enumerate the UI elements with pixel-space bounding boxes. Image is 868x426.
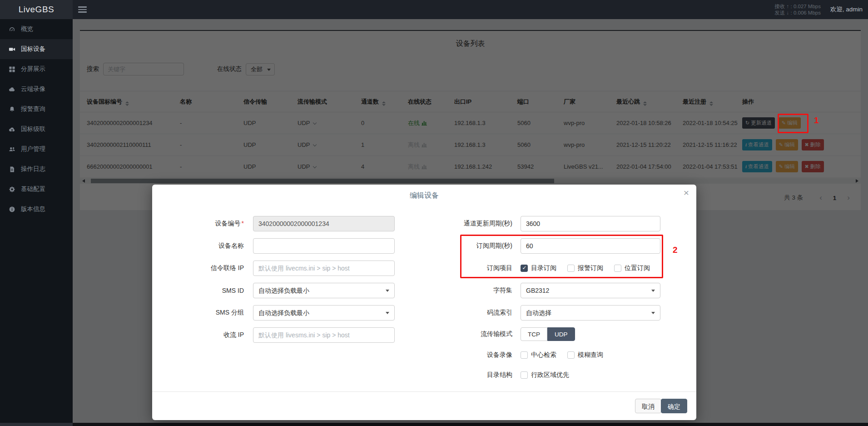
down-arrow-icon: ↓ (787, 10, 789, 15)
send-rate: 发送 ↓ : 0.006 Mbps (774, 10, 821, 16)
cloud-icon (9, 86, 15, 93)
channel-refresh-period-field[interactable] (521, 216, 660, 231)
network-stats: 接收 ↑ : 0.027 Mbps 发送 ↓ : 0.006 Mbps (774, 3, 821, 16)
form-row-channel-refresh: 通道更新周期(秒) (425, 216, 679, 231)
gauge-icon (9, 26, 15, 33)
form-row-stream-mode: 流传输模式 TCP UDP (425, 326, 679, 342)
annotation-box-2 (460, 235, 663, 278)
sms-group-select[interactable]: 自动选择负载最小 (253, 305, 395, 321)
livegbs-app: LiveGBS 接收 ↑ : 0.027 Mbps 发送 ↓ : 0.006 M… (0, 0, 868, 426)
info-icon (9, 206, 15, 213)
form-row-stream-index: 码流索引 自动选择 (425, 305, 679, 321)
form-row-charset: 字符集 GB2312 (425, 283, 679, 298)
sms-id-select[interactable]: 自动选择负载最小 (253, 283, 395, 298)
bell-icon (9, 106, 15, 113)
sidebar-item-gb-cascade[interactable]: 国标级联 (0, 119, 73, 139)
device-name-field[interactable] (253, 238, 395, 254)
form-row-device-record: 设备录像 中心检索 模糊查询 (425, 347, 679, 363)
receive-rate: 接收 ↑ : 0.027 Mbps (774, 3, 821, 10)
cancel-button[interactable]: 取消 (635, 399, 661, 413)
modal-header: 编辑设备 × (152, 185, 696, 205)
chevron-down-icon (651, 312, 655, 314)
edit-device-modal: 编辑设备 × 设备编号* 设备名称 信令联络 IP SMS ID (152, 185, 696, 420)
sidebar-item-gb-devices[interactable]: 国标设备 (0, 39, 73, 59)
sidebar-item-version-info[interactable]: 版本信息 (0, 199, 73, 219)
signal-contact-ip-field[interactable] (253, 261, 395, 276)
chevron-down-icon (386, 290, 389, 292)
users-icon (9, 146, 15, 153)
app-logo[interactable]: LiveGBS (0, 0, 73, 19)
top-bar: LiveGBS 接收 ↑ : 0.027 Mbps 发送 ↓ : 0.006 M… (0, 0, 868, 19)
hamburger-menu-icon[interactable] (78, 6, 87, 13)
sidebar-item-alarm-query[interactable]: 报警查询 (0, 99, 73, 119)
sidebar-nav: 概览 国标设备 分屏展示 云端录像 报警查询 国标级联 用户管理 操作日志 基础… (0, 19, 73, 423)
sidebar-item-operation-log[interactable]: 操作日志 (0, 159, 73, 179)
user-menu[interactable]: 欢迎, admin (830, 0, 863, 19)
grid-icon (9, 66, 15, 73)
required-mark: * (242, 220, 244, 227)
sidebar-item-overview[interactable]: 概览 (0, 19, 73, 39)
chevron-down-icon (651, 290, 655, 292)
form-row-device-id: 设备编号* (166, 216, 402, 231)
center-search-checkbox[interactable] (521, 351, 528, 359)
chevron-down-icon (386, 312, 389, 314)
tcp-toggle-button[interactable]: TCP (521, 327, 547, 341)
close-icon[interactable]: × (684, 187, 689, 198)
modal-body: 设备编号* 设备名称 信令联络 IP SMS ID 自动选择负载最小 SMS 分… (152, 205, 696, 391)
annotation-box-1 (778, 114, 808, 133)
annotation-number-1: 1 (814, 115, 819, 125)
device-id-field (253, 216, 395, 231)
gear-icon (9, 186, 15, 193)
stream-index-select[interactable]: 自动选择 (521, 305, 660, 321)
form-row-signal-ip: 信令联络 IP (166, 261, 402, 276)
form-row-device-name: 设备名称 (166, 238, 402, 254)
annotation-number-2: 2 (673, 245, 678, 255)
charset-select[interactable]: GB2312 (521, 283, 660, 298)
modal-footer: 取消 确定 (152, 391, 696, 420)
form-row-stream-ip: 收流 IP (166, 327, 402, 343)
stream-receive-ip-field[interactable] (253, 327, 395, 343)
log-icon (9, 166, 15, 173)
modal-title: 编辑设备 (152, 185, 696, 206)
form-row-sms-group: SMS 分组 自动选择负载最小 (166, 305, 402, 321)
camera-icon (9, 46, 15, 53)
sidebar-item-split-screen[interactable]: 分屏展示 (0, 59, 73, 79)
sidebar-item-cloud-record[interactable]: 云端录像 (0, 79, 73, 99)
up-arrow-icon: ↑ (787, 4, 789, 9)
confirm-button[interactable]: 确定 (661, 399, 687, 413)
fuzzy-query-checkbox[interactable] (567, 351, 575, 359)
admin-region-priority-checkbox[interactable] (521, 371, 528, 379)
form-row-sms-id: SMS ID 自动选择负载最小 (166, 283, 402, 298)
udp-toggle-button[interactable]: UDP (547, 327, 575, 341)
cloud-upload-icon (9, 126, 15, 133)
sidebar-item-basic-config[interactable]: 基础配置 (0, 179, 73, 199)
form-row-dir-structure: 目录结构 行政区域优先 (425, 367, 679, 383)
sidebar-item-user-management[interactable]: 用户管理 (0, 139, 73, 159)
